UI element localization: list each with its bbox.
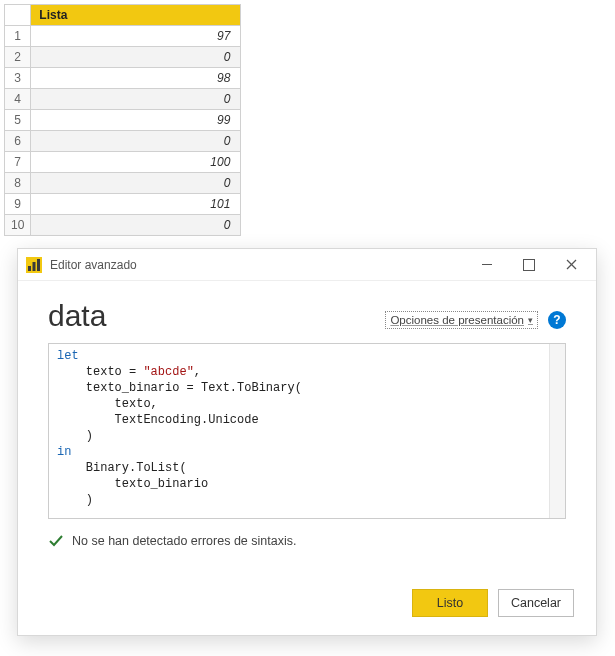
cell-value[interactable]: 97 bbox=[31, 26, 241, 47]
cell-value[interactable]: 0 bbox=[31, 215, 241, 236]
syntax-status-text: No se han detectado errores de sintaxis. bbox=[72, 534, 296, 548]
cell-value[interactable]: 0 bbox=[31, 89, 241, 110]
minimize-button[interactable] bbox=[466, 251, 508, 279]
window-title: Editor avanzado bbox=[50, 258, 137, 272]
row-number[interactable]: 3 bbox=[5, 68, 31, 89]
svg-rect-1 bbox=[28, 266, 31, 271]
chevron-down-icon: ▾ bbox=[528, 315, 533, 325]
display-options-dropdown[interactable]: Opciones de presentación ▾ bbox=[385, 311, 538, 329]
row-number[interactable]: 10 bbox=[5, 215, 31, 236]
help-icon[interactable]: ? bbox=[548, 311, 566, 329]
code-editor[interactable]: let texto = "abcde", texto_binario = Tex… bbox=[48, 343, 566, 519]
svg-rect-3 bbox=[37, 259, 40, 271]
display-options-label: Opciones de presentación bbox=[390, 314, 524, 326]
row-number[interactable]: 2 bbox=[5, 47, 31, 68]
cancel-button[interactable]: Cancelar bbox=[498, 589, 574, 617]
query-name-heading: data bbox=[48, 299, 106, 333]
cell-value[interactable]: 0 bbox=[31, 47, 241, 68]
scrollbar[interactable] bbox=[549, 344, 565, 518]
syntax-status: No se han detectado errores de sintaxis. bbox=[48, 533, 566, 549]
powerbi-icon bbox=[26, 257, 42, 273]
cell-value[interactable]: 99 bbox=[31, 110, 241, 131]
row-number[interactable]: 5 bbox=[5, 110, 31, 131]
titlebar: Editor avanzado bbox=[18, 249, 596, 281]
row-number[interactable]: 9 bbox=[5, 194, 31, 215]
row-number[interactable]: 7 bbox=[5, 152, 31, 173]
cell-value[interactable]: 100 bbox=[31, 152, 241, 173]
done-button[interactable]: Listo bbox=[412, 589, 488, 617]
row-number[interactable]: 4 bbox=[5, 89, 31, 110]
row-number[interactable]: 1 bbox=[5, 26, 31, 47]
table-corner bbox=[5, 5, 31, 26]
row-number[interactable]: 8 bbox=[5, 173, 31, 194]
close-button[interactable] bbox=[550, 251, 592, 279]
svg-rect-2 bbox=[33, 262, 36, 271]
maximize-button[interactable] bbox=[508, 251, 550, 279]
row-number[interactable]: 6 bbox=[5, 131, 31, 152]
cell-value[interactable]: 98 bbox=[31, 68, 241, 89]
column-header-lista[interactable]: Lista bbox=[31, 5, 241, 26]
cell-value[interactable]: 0 bbox=[31, 173, 241, 194]
list-preview-table: Lista 197 20 398 40 599 60 7100 80 9101 … bbox=[4, 4, 241, 236]
check-icon bbox=[48, 533, 64, 549]
code-content[interactable]: let texto = "abcde", texto_binario = Tex… bbox=[49, 344, 565, 512]
cell-value[interactable]: 101 bbox=[31, 194, 241, 215]
cell-value[interactable]: 0 bbox=[31, 131, 241, 152]
advanced-editor-dialog: Editor avanzado data Opciones de present… bbox=[17, 248, 597, 636]
